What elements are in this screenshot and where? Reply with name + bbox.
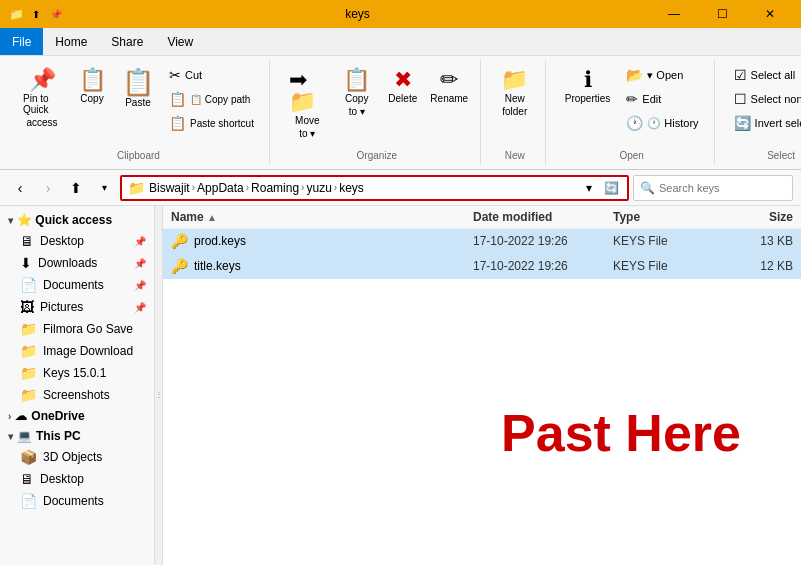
select-none-icon: ☐ <box>734 91 747 107</box>
search-input[interactable] <box>659 182 797 194</box>
cut-button[interactable]: ✂ Cut <box>162 64 261 86</box>
copy-button[interactable]: 📋 Copy <box>70 64 114 109</box>
addr-biswajit[interactable]: Biswajit <box>149 181 190 195</box>
file-size-title: 12 KB <box>713 259 793 273</box>
delete-button[interactable]: ✖ Delete <box>381 64 425 109</box>
paste-icon: 📋 <box>122 69 154 95</box>
file-area: Name ▲ Date modified Type Size 🔑 prod.ke… <box>163 206 801 565</box>
file-icon-prod: 🔑 <box>171 233 188 249</box>
addr-sep-3: › <box>301 182 304 193</box>
history-button[interactable]: 🕐 🕐 History <box>619 112 705 134</box>
sidebar-item-image-download[interactable]: 📁 Image Download <box>0 340 154 362</box>
new-folder-button[interactable]: 📁 New folder <box>493 64 537 122</box>
quick-access-label: ⭐ Quick access <box>17 213 112 227</box>
rename-icon: ✏ <box>440 69 458 91</box>
select-label: Select <box>767 146 795 161</box>
select-none-button[interactable]: ☐ Select none <box>727 88 801 110</box>
addr-refresh-button[interactable]: 🔄 <box>601 178 621 198</box>
addr-appdata[interactable]: AppData <box>197 181 244 195</box>
this-pc-header[interactable]: ▾ 💻 This PC <box>0 426 154 446</box>
window-title: keys <box>70 7 645 21</box>
sidebar-item-filmora[interactable]: 📁 Filmora Go Save <box>0 318 154 340</box>
file-row-title-keys[interactable]: 🔑 title.keys 17-10-2022 19:26 KEYS File … <box>163 254 801 279</box>
properties-icon: ℹ <box>584 69 592 91</box>
sidebar-item-desktop-pc[interactable]: 🖥 Desktop <box>0 468 154 490</box>
addr-dropdown-button[interactable]: ▾ <box>579 178 599 198</box>
sidebar-item-documents-pc[interactable]: 📄 Documents <box>0 490 154 512</box>
maximize-button[interactable]: ☐ <box>699 0 745 28</box>
close-button[interactable]: ✕ <box>747 0 793 28</box>
address-parts: Biswajit › AppData › Roaming › yuzu › ke… <box>149 181 575 195</box>
menu-home[interactable]: Home <box>43 28 99 55</box>
pin-badge: 📌 <box>134 280 146 291</box>
invert-icon: 🔄 <box>734 115 751 131</box>
main-area: ▾ ⭐ Quick access 🖥 Desktop 📌 ⬇ Downloads… <box>0 206 801 565</box>
sidebar-resize-handle[interactable]: ⋮ <box>155 206 163 565</box>
copy-path-icon: 📋 <box>169 91 186 107</box>
paste-shortcut-button[interactable]: 📋 Paste shortcut <box>162 112 261 134</box>
onedrive-header[interactable]: › ☁ OneDrive <box>0 406 154 426</box>
sidebar-item-documents[interactable]: 📄 Documents 📌 <box>0 274 154 296</box>
folder-icon: 📁 <box>8 6 24 22</box>
menu-bar: File Home Share View <box>0 28 801 56</box>
sidebar-item-screenshots[interactable]: 📁 Screenshots <box>0 384 154 406</box>
col-type-header[interactable]: Type <box>613 210 713 224</box>
menu-share[interactable]: Share <box>99 28 155 55</box>
addr-keys[interactable]: keys <box>339 181 364 195</box>
minimize-button[interactable]: — <box>651 0 697 28</box>
move-icon: ➡📁 <box>289 69 326 113</box>
move-to-button[interactable]: ➡📁 Move to ▾ <box>282 64 333 144</box>
addr-roaming[interactable]: Roaming <box>251 181 299 195</box>
open-button[interactable]: 📂 ▾ Open <box>619 64 705 86</box>
ribbon-organize-group: ➡📁 Move to ▾ 📋 Copy to ▾ ✖ Delete ✏ Rena… <box>274 60 481 165</box>
file-icon-title: 🔑 <box>171 258 188 274</box>
rename-button[interactable]: ✏ Rename <box>427 64 472 109</box>
nav-bar: ‹ › ⬆ ▾ 📁 Biswajit › AppData › Roaming ›… <box>0 170 801 206</box>
menu-file[interactable]: File <box>0 28 43 55</box>
invert-selection-button[interactable]: 🔄 Invert selection <box>727 112 801 134</box>
up-button[interactable]: ⬆ <box>64 176 88 200</box>
col-date-header[interactable]: Date modified <box>473 210 613 224</box>
copy-to-button[interactable]: 📋 Copy to ▾ <box>335 64 379 122</box>
copy-path-button[interactable]: 📋 📋 Copy path <box>162 88 261 110</box>
pin-to-quick-access-button[interactable]: 📌 Pin to Quick access <box>16 64 68 133</box>
copy-to-icon: 📋 <box>343 69 370 91</box>
paste-button[interactable]: 📋 Paste <box>116 64 160 113</box>
col-size-header[interactable]: Size <box>713 210 793 224</box>
folder-addr-icon: 📁 <box>128 180 145 196</box>
addr-yuzu[interactable]: yuzu <box>306 181 331 195</box>
sidebar-item-downloads[interactable]: ⬇ Downloads 📌 <box>0 252 154 274</box>
ribbon-clipboard-group: 📌 Pin to Quick access 📋 Copy 📋 Paste ✂ C… <box>8 60 270 165</box>
sidebar-item-keys[interactable]: 📁 Keys 15.0.1 <box>0 362 154 384</box>
clipboard-label: Clipboard <box>117 146 160 161</box>
paste-shortcut-icon: 📋 <box>169 115 186 131</box>
file-size-prod: 13 KB <box>713 234 793 248</box>
file-row-prod-keys[interactable]: 🔑 prod.keys 17-10-2022 19:26 KEYS File 1… <box>163 229 801 254</box>
select-all-button[interactable]: ☑ Select all <box>727 64 801 86</box>
forward-button[interactable]: › <box>36 176 60 200</box>
address-bar[interactable]: 📁 Biswajit › AppData › Roaming › yuzu › … <box>120 175 629 201</box>
edit-button[interactable]: ✏ Edit <box>619 88 705 110</box>
menu-view[interactable]: View <box>155 28 205 55</box>
properties-button[interactable]: ℹ Properties <box>558 64 618 109</box>
keys-icon: 📁 <box>20 365 37 381</box>
ribbon: 📌 Pin to Quick access 📋 Copy 📋 Paste ✂ C… <box>0 56 801 170</box>
ribbon-new-group: 📁 New folder New <box>485 60 546 165</box>
organize-label: Organize <box>357 146 398 161</box>
clipboard-small-buttons: ✂ Cut 📋 📋 Copy path 📋 Paste shortcut <box>162 64 261 134</box>
recent-locations-button[interactable]: ▾ <box>92 176 116 200</box>
documents-pc-icon: 📄 <box>20 493 37 509</box>
quick-access-header[interactable]: ▾ ⭐ Quick access <box>0 210 154 230</box>
3d-objects-icon: 📦 <box>20 449 37 465</box>
sidebar-item-3d-objects[interactable]: 📦 3D Objects <box>0 446 154 468</box>
search-box[interactable]: 🔍 <box>633 175 793 201</box>
filmora-icon: 📁 <box>20 321 37 337</box>
select-buttons: ☑ Select all ☐ Select none 🔄 Invert sele… <box>727 64 801 134</box>
sidebar-item-pictures[interactable]: 🖼 Pictures 📌 <box>0 296 154 318</box>
back-button[interactable]: ‹ <box>8 176 32 200</box>
addr-sep-1: › <box>192 182 195 193</box>
col-name-header[interactable]: Name ▲ <box>171 210 473 224</box>
sidebar-item-desktop[interactable]: 🖥 Desktop 📌 <box>0 230 154 252</box>
pin-badge: 📌 <box>134 236 146 247</box>
title-bar-icons: 📁 ⬆ 📌 <box>8 6 64 22</box>
